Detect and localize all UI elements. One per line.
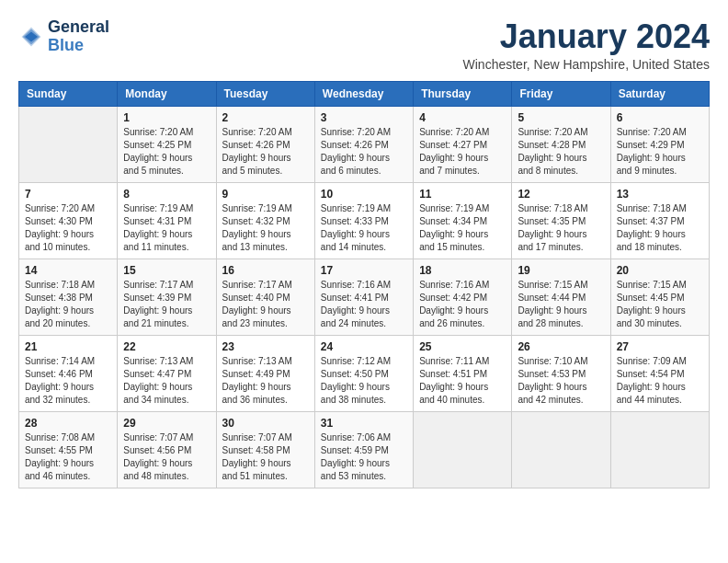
calendar-cell: 30Sunrise: 7:07 AMSunset: 4:58 PMDayligh… [216,411,314,488]
calendar-cell [512,411,610,488]
day-number: 22 [123,340,210,353]
day-number: 21 [25,340,111,353]
logo-icon [18,24,44,50]
day-info: Sunrise: 7:19 AMSunset: 4:34 PMDaylight:… [419,202,506,254]
day-info: Sunrise: 7:07 AMSunset: 4:56 PMDaylight:… [123,431,210,483]
logo: General Blue [18,18,109,55]
calendar-cell: 2Sunrise: 7:20 AMSunset: 4:26 PMDaylight… [216,106,314,182]
day-info: Sunrise: 7:13 AMSunset: 4:47 PMDaylight:… [123,355,210,407]
header-row: Sunday Monday Tuesday Wednesday Thursday… [19,81,710,106]
day-number: 3 [321,111,407,124]
calendar-cell: 31Sunrise: 7:06 AMSunset: 4:59 PMDayligh… [314,411,413,488]
calendar-week-row: 28Sunrise: 7:08 AMSunset: 4:55 PMDayligh… [19,411,710,488]
day-info: Sunrise: 7:16 AMSunset: 4:41 PMDaylight:… [321,279,407,330]
calendar-cell: 16Sunrise: 7:17 AMSunset: 4:40 PMDayligh… [216,259,314,335]
day-number: 29 [123,417,210,430]
header-thursday: Thursday [414,81,512,106]
calendar-cell: 7Sunrise: 7:20 AMSunset: 4:30 PMDaylight… [19,182,118,259]
calendar-cell: 25Sunrise: 7:11 AMSunset: 4:51 PMDayligh… [414,335,512,411]
calendar-cell: 1Sunrise: 7:20 AMSunset: 4:25 PMDaylight… [118,106,216,182]
calendar-cell: 18Sunrise: 7:16 AMSunset: 4:42 PMDayligh… [414,259,512,335]
day-info: Sunrise: 7:15 AMSunset: 4:44 PMDaylight:… [518,279,604,330]
header-monday: Monday [118,81,216,106]
day-number: 13 [617,188,703,201]
day-info: Sunrise: 7:19 AMSunset: 4:32 PMDaylight:… [222,202,309,254]
calendar-cell: 15Sunrise: 7:17 AMSunset: 4:39 PMDayligh… [118,259,216,335]
calendar-cell: 9Sunrise: 7:19 AMSunset: 4:32 PMDaylight… [216,182,314,259]
calendar-title: January 2024 [463,18,710,55]
day-info: Sunrise: 7:07 AMSunset: 4:58 PMDaylight:… [222,431,309,483]
calendar-cell: 6Sunrise: 7:20 AMSunset: 4:29 PMDaylight… [610,106,709,182]
day-number: 6 [617,111,703,124]
day-number: 4 [419,111,506,124]
calendar-header: Sunday Monday Tuesday Wednesday Thursday… [19,81,710,106]
day-info: Sunrise: 7:19 AMSunset: 4:31 PMDaylight:… [123,202,210,254]
day-number: 8 [123,188,210,201]
day-info: Sunrise: 7:09 AMSunset: 4:54 PMDaylight:… [617,355,703,407]
calendar-cell: 23Sunrise: 7:13 AMSunset: 4:49 PMDayligh… [216,335,314,411]
day-number: 2 [222,111,309,124]
day-number: 5 [518,111,604,124]
calendar-cell: 8Sunrise: 7:19 AMSunset: 4:31 PMDaylight… [118,182,216,259]
logo-text: General Blue [48,18,109,55]
day-info: Sunrise: 7:15 AMSunset: 4:45 PMDaylight:… [617,279,703,330]
calendar-week-row: 7Sunrise: 7:20 AMSunset: 4:30 PMDaylight… [19,182,710,259]
calendar-body: 1Sunrise: 7:20 AMSunset: 4:25 PMDaylight… [19,106,710,488]
day-info: Sunrise: 7:20 AMSunset: 4:26 PMDaylight:… [222,126,309,178]
day-number: 11 [419,188,506,201]
day-number: 25 [419,340,506,353]
calendar-cell: 5Sunrise: 7:20 AMSunset: 4:28 PMDaylight… [512,106,610,182]
header: General Blue January 2024 Winchester, Ne… [18,18,710,72]
day-info: Sunrise: 7:12 AMSunset: 4:50 PMDaylight:… [321,355,407,407]
day-info: Sunrise: 7:20 AMSunset: 4:27 PMDaylight:… [419,126,506,178]
day-number: 15 [123,264,210,277]
calendar-table: Sunday Monday Tuesday Wednesday Thursday… [18,81,710,488]
calendar-cell: 28Sunrise: 7:08 AMSunset: 4:55 PMDayligh… [19,411,118,488]
day-number: 19 [518,264,604,277]
header-friday: Friday [512,81,610,106]
day-number: 10 [321,188,407,201]
day-info: Sunrise: 7:20 AMSunset: 4:30 PMDaylight:… [25,202,111,254]
day-info: Sunrise: 7:17 AMSunset: 4:39 PMDaylight:… [123,279,210,330]
day-number: 24 [321,340,407,353]
calendar-cell: 19Sunrise: 7:15 AMSunset: 4:44 PMDayligh… [512,259,610,335]
calendar-cell: 27Sunrise: 7:09 AMSunset: 4:54 PMDayligh… [610,335,709,411]
day-info: Sunrise: 7:20 AMSunset: 4:25 PMDaylight:… [123,126,210,178]
calendar-cell: 14Sunrise: 7:18 AMSunset: 4:38 PMDayligh… [19,259,118,335]
calendar-cell: 29Sunrise: 7:07 AMSunset: 4:56 PMDayligh… [118,411,216,488]
header-saturday: Saturday [610,81,709,106]
calendar-cell [610,411,709,488]
calendar-week-row: 21Sunrise: 7:14 AMSunset: 4:46 PMDayligh… [19,335,710,411]
calendar-week-row: 1Sunrise: 7:20 AMSunset: 4:25 PMDaylight… [19,106,710,182]
day-info: Sunrise: 7:13 AMSunset: 4:49 PMDaylight:… [222,355,309,407]
calendar-cell: 10Sunrise: 7:19 AMSunset: 4:33 PMDayligh… [314,182,413,259]
title-area: January 2024 Winchester, New Hampshire, … [463,18,710,72]
day-number: 9 [222,188,309,201]
day-info: Sunrise: 7:11 AMSunset: 4:51 PMDaylight:… [419,355,506,407]
day-number: 17 [321,264,407,277]
day-info: Sunrise: 7:14 AMSunset: 4:46 PMDaylight:… [25,355,111,407]
calendar-cell [414,411,512,488]
day-number: 16 [222,264,309,277]
calendar-cell: 21Sunrise: 7:14 AMSunset: 4:46 PMDayligh… [19,335,118,411]
day-info: Sunrise: 7:06 AMSunset: 4:59 PMDaylight:… [321,431,407,483]
calendar-cell: 13Sunrise: 7:18 AMSunset: 4:37 PMDayligh… [610,182,709,259]
day-info: Sunrise: 7:08 AMSunset: 4:55 PMDaylight:… [25,431,111,483]
header-tuesday: Tuesday [216,81,314,106]
calendar-cell [19,106,118,182]
day-info: Sunrise: 7:20 AMSunset: 4:29 PMDaylight:… [617,126,703,178]
calendar-subtitle: Winchester, New Hampshire, United States [463,57,710,72]
day-number: 26 [518,340,604,353]
calendar-cell: 17Sunrise: 7:16 AMSunset: 4:41 PMDayligh… [314,259,413,335]
calendar-week-row: 14Sunrise: 7:18 AMSunset: 4:38 PMDayligh… [19,259,710,335]
calendar-cell: 12Sunrise: 7:18 AMSunset: 4:35 PMDayligh… [512,182,610,259]
day-number: 12 [518,188,604,201]
day-number: 23 [222,340,309,353]
day-number: 30 [222,417,309,430]
day-info: Sunrise: 7:17 AMSunset: 4:40 PMDaylight:… [222,279,309,330]
calendar-cell: 24Sunrise: 7:12 AMSunset: 4:50 PMDayligh… [314,335,413,411]
calendar-cell: 20Sunrise: 7:15 AMSunset: 4:45 PMDayligh… [610,259,709,335]
calendar-cell: 3Sunrise: 7:20 AMSunset: 4:26 PMDaylight… [314,106,413,182]
day-number: 27 [617,340,703,353]
day-number: 18 [419,264,506,277]
